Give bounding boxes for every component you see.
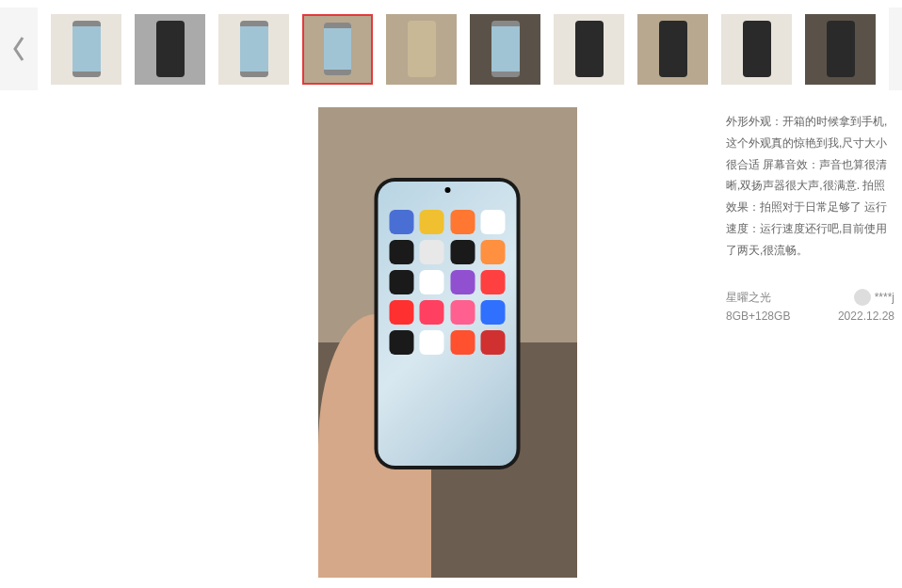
app-icon [390, 330, 414, 355]
thumbnail-image [386, 14, 457, 85]
app-icon [390, 300, 414, 325]
reviewer-username: ****j [875, 288, 894, 307]
app-icon [480, 210, 505, 234]
product-spec: 8GB+128GB [726, 307, 790, 326]
prev-arrow[interactable] [0, 8, 38, 90]
chevron-left-icon [11, 36, 26, 62]
app-icon [480, 330, 505, 355]
app-icon [450, 270, 475, 294]
phone-device [375, 178, 521, 469]
thumbnail-5[interactable] [470, 14, 540, 85]
thumbnail-image [637, 14, 708, 85]
thumbnail-image [554, 14, 624, 85]
app-icon [390, 240, 414, 264]
thumbnail-9[interactable] [805, 14, 876, 85]
app-icon [450, 300, 475, 325]
app-icon [450, 240, 475, 264]
app-icon [420, 240, 444, 264]
app-icon [420, 300, 444, 325]
thumbnail-carousel [0, 0, 902, 98]
review-text: 外形外观：开箱的时候拿到手机,这个外观真的惊艳到我,尺寸大小很合适 屏幕音效：声… [726, 111, 894, 262]
reviewer-info: 星曜之光 8GB+128GB ****j 2022.12.28 [726, 288, 894, 326]
thumbnail-3[interactable] [302, 14, 373, 85]
app-icon [480, 300, 505, 325]
thumbnail-image [51, 14, 121, 85]
thumbnail-image [304, 16, 371, 83]
thumbnail-2[interactable] [218, 14, 289, 85]
thumbnail-image [721, 14, 792, 85]
avatar [854, 289, 871, 306]
app-icon [420, 210, 444, 234]
thumbnail-0[interactable] [51, 14, 121, 85]
app-icon [450, 330, 475, 355]
main-review-image[interactable] [318, 107, 577, 578]
thumbnail-4[interactable] [386, 14, 457, 85]
app-icon [480, 240, 505, 264]
thumbnail-image [805, 14, 876, 85]
app-icon [390, 210, 414, 234]
main-image-area [184, 107, 711, 578]
thumbnail-image [470, 14, 540, 85]
app-icon [420, 270, 444, 294]
app-icon [390, 270, 414, 294]
app-icon [480, 270, 505, 294]
thumbnail-7[interactable] [637, 14, 708, 85]
thumbnail-image [135, 14, 205, 85]
review-date: 2022.12.28 [838, 307, 894, 326]
review-panel: 外形外观：开箱的时候拿到手机,这个外观真的惊艳到我,尺寸大小很合适 屏幕音效：声… [711, 107, 902, 578]
next-arrow[interactable] [889, 8, 902, 90]
thumbnail-8[interactable] [721, 14, 792, 85]
main-content: 外形外观：开箱的时候拿到手机,这个外观真的惊艳到我,尺寸大小很合适 屏幕音效：声… [0, 98, 902, 578]
app-icon [450, 210, 475, 234]
thumbnail-6[interactable] [554, 14, 624, 85]
product-variant: 星曜之光 [726, 288, 790, 307]
thumbnail-1[interactable] [135, 14, 205, 85]
app-icon [420, 330, 444, 355]
thumbnail-image [218, 14, 289, 85]
